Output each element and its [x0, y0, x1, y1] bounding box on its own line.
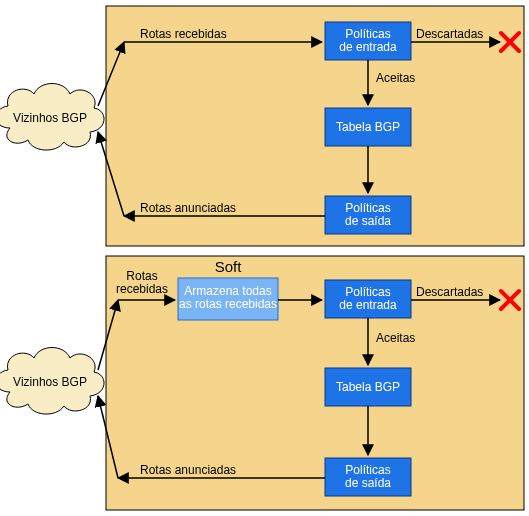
label-received: Rotas recebidas [140, 27, 227, 41]
box-policies-out: Políticasde saída [325, 458, 411, 496]
cloud-label: Vizinhos BGP [13, 375, 87, 389]
svg-text:Tabela BGP: Tabela BGP [336, 120, 400, 134]
svg-text:Políticasde saída: Políticasde saída [345, 201, 391, 228]
panel-soft-reset: Vizinhos BGP Soft Armazena todasas rotas… [0, 256, 524, 510]
cloud-label: Vizinhos BGP [13, 111, 87, 125]
box-bgp-table: Tabela BGP [325, 368, 411, 406]
bgp-diagram: Vizinhos BGP Políticasde entrada Tabela … [0, 0, 529, 516]
label-discarded: Descartadas [416, 27, 483, 41]
svg-text:Armazena todasas rotas recebid: Armazena todasas rotas recebidas [179, 284, 277, 311]
box-policies-out: Políticasde saída [325, 196, 411, 234]
box-store-all: Armazena todasas rotas recebidas [178, 278, 278, 320]
svg-text:Políticasde saída: Políticasde saída [345, 463, 391, 490]
box-policies-in: Políticasde entrada [325, 22, 411, 60]
label-advertised: Rotas anunciadas [140, 463, 236, 477]
box-bgp-table: Tabela BGP [325, 108, 411, 146]
svg-text:Tabela BGP: Tabela BGP [336, 380, 400, 394]
panel-hard-reset: Vizinhos BGP Políticasde entrada Tabela … [0, 6, 524, 246]
soft-title: Soft [215, 258, 243, 275]
box-policies-in: Políticasde entrada [325, 280, 411, 318]
svg-text:Políticasde entrada: Políticasde entrada [339, 27, 397, 54]
label-accepted: Aceitas [376, 71, 415, 85]
label-accepted: Aceitas [376, 331, 415, 345]
label-discarded: Descartadas [416, 285, 483, 299]
svg-text:Políticasde entrada: Políticasde entrada [339, 285, 397, 312]
label-advertised: Rotas anunciadas [140, 201, 236, 215]
